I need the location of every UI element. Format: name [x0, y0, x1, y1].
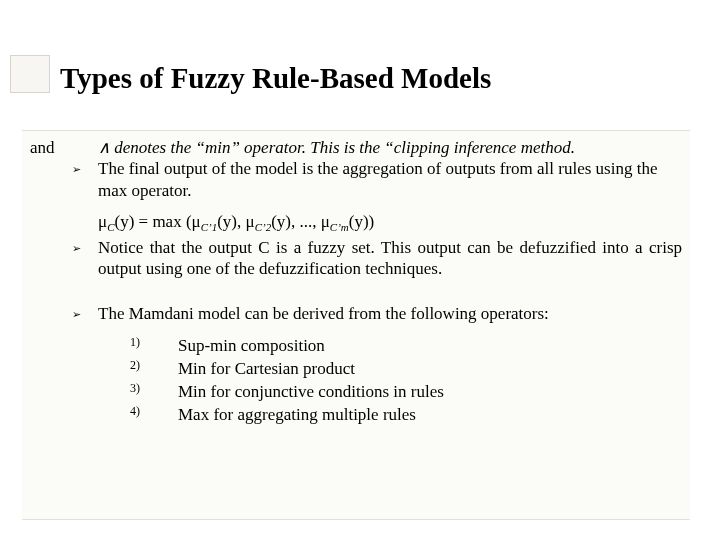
notice-text: Notice that the output C is a fuzzy set.…	[98, 237, 682, 280]
aggregation-text: The final output of the model is the agg…	[98, 158, 682, 201]
mu: μ	[321, 212, 330, 231]
row-aggregation: ➢ The final output of the model is the a…	[30, 158, 682, 201]
wedge-symbol: ∧	[98, 138, 110, 157]
slide-body: and ∧ denotes the “min” operator. This i…	[22, 130, 690, 520]
row-notice: ➢ Notice that the output C is a fuzzy se…	[30, 237, 682, 280]
title-accent-box	[10, 55, 50, 93]
slide-title: Types of Fuzzy Rule-Based Models	[60, 62, 491, 95]
formula: μC(y) = max (μC’1(y), μC’2(y), ..., μC’m…	[98, 211, 682, 235]
sub-cp: C’	[201, 221, 212, 233]
slide: Types of Fuzzy Rule-Based Models and ∧ d…	[0, 0, 720, 540]
min-operator-text: ∧ denotes the “min” operator. This is th…	[98, 137, 682, 158]
f-yarg1: (y),	[217, 212, 245, 231]
list-item: 2) Min for Cartesian product	[130, 358, 682, 379]
mu: μ	[98, 212, 107, 231]
num-label-3: 3)	[130, 381, 178, 402]
sub-m: m	[341, 221, 349, 233]
row-min-operator: and ∧ denotes the “min” operator. This i…	[30, 137, 682, 158]
min-operator-italic: denotes the “min” operator. This is the …	[110, 138, 575, 157]
list-item: 4) Max for aggregating multiple rules	[130, 404, 682, 425]
num-label-2: 2)	[130, 358, 178, 379]
lead-spacer	[30, 158, 72, 201]
bullet-icon: ➢	[72, 158, 98, 201]
num-text-1: Sup-min composition	[178, 335, 325, 356]
num-label-4: 4)	[130, 404, 178, 425]
num-text-4: Max for aggregating multiple rules	[178, 404, 416, 425]
f-prefix: (y) = max (	[114, 212, 191, 231]
f-yclose: (y))	[349, 212, 374, 231]
sub-cp: C’	[255, 221, 266, 233]
f-yarg2: (y),	[271, 212, 299, 231]
num-label-1: 1)	[130, 335, 178, 356]
lead-spacer	[30, 237, 72, 280]
mamdani-text: The Mamdani model can be derived from th…	[98, 303, 682, 324]
list-item: 3) Min for conjunctive conditions in rul…	[130, 381, 682, 402]
num-text-2: Min for Cartesian product	[178, 358, 355, 379]
row-mamdani: ➢ The Mamdani model can be derived from …	[30, 303, 682, 324]
mu: μ	[192, 212, 201, 231]
f-ellipsis: ...,	[299, 212, 320, 231]
lead-and: and	[30, 137, 72, 158]
bullet-icon: ➢	[72, 303, 98, 324]
bullet-icon: ➢	[72, 237, 98, 280]
lead-spacer	[30, 303, 72, 324]
mu: μ	[246, 212, 255, 231]
bullet-icon	[72, 137, 98, 158]
num-text-3: Min for conjunctive conditions in rules	[178, 381, 444, 402]
numbered-list: 1) Sup-min composition 2) Min for Cartes…	[130, 335, 682, 426]
sub-cp: C’	[330, 221, 341, 233]
list-item: 1) Sup-min composition	[130, 335, 682, 356]
spacer	[30, 289, 682, 303]
